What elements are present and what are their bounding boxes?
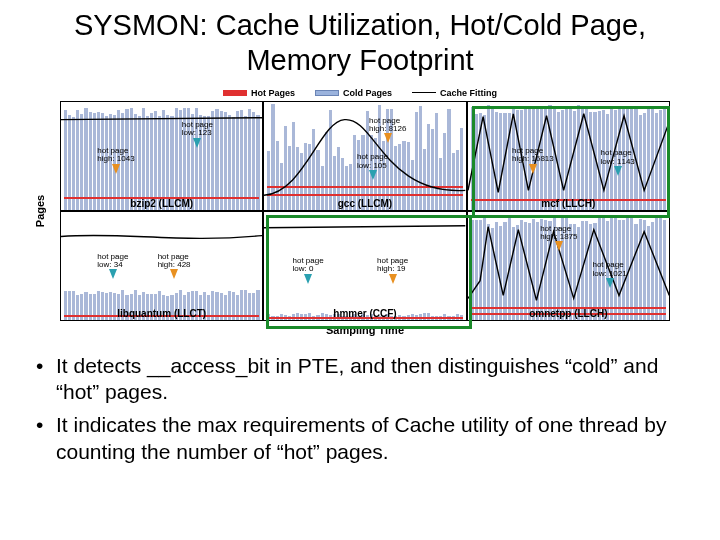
legend-cold: Cold Pages <box>315 88 392 98</box>
bullet-list: It detects __access_bit in PTE, and then… <box>0 339 720 467</box>
x-axis-label: Sampling Time <box>60 321 670 339</box>
legend-fit: Cache Fitting <box>412 88 497 98</box>
panel-hmmer: hot pagelow: 0hot pagehigh: 19hmmer (CCF… <box>263 211 466 321</box>
legend: Hot Pages Cold Pages Cache Fitting <box>20 88 700 98</box>
figure: Hot Pages Cold Pages Cache Fitting Pages… <box>20 88 700 339</box>
panel-mcf: 7/86/85/84/83/82/81/8hot pagehigh: 16813… <box>467 101 670 211</box>
bullet-1: It detects __access_bit in PTE, and then… <box>36 353 684 407</box>
y-axis-label: Pages <box>20 101 60 321</box>
legend-hot: Hot Pages <box>223 88 295 98</box>
panel-libquantum: 3.6E+42.7E+41.8E+49.0E+30.0E+0hot pagelo… <box>60 211 263 321</box>
panel-gcc: hot pagehigh: 8126hot pagelow: 105gcc (L… <box>263 101 466 211</box>
panel-omnetpp: 7/86/85/84/83/82/81/8hot pagehigh: 1875h… <box>467 211 670 321</box>
bullet-2: It indicates the max requirements of Cac… <box>36 412 684 466</box>
panel-bzip2: 2.0E+51.5E+51.0E+55.0E+40.0E+0hot pagehi… <box>60 101 263 211</box>
slide-title: SYSMON: Cache Utilization, Hot/Cold Page… <box>0 0 720 84</box>
